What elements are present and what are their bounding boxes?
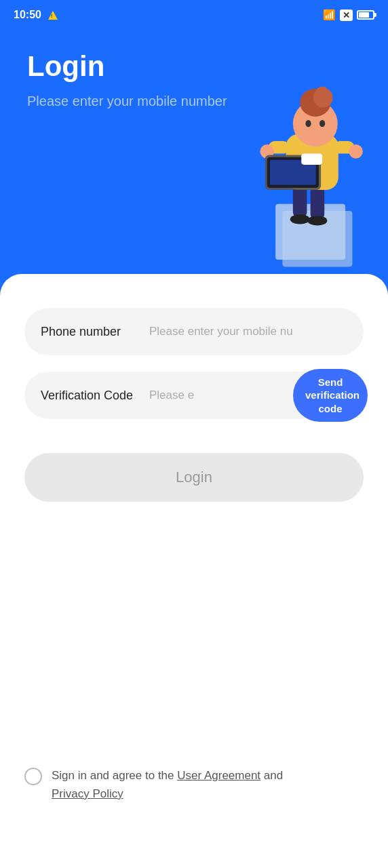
svg-point-20	[319, 120, 325, 127]
send-verification-button[interactable]: Send verification code	[293, 369, 368, 422]
verification-input-row: Verification Code Send verification code	[24, 372, 364, 419]
verification-input[interactable]	[149, 389, 293, 402]
verification-label: Verification Code	[41, 389, 149, 403]
agreement-text: Sign in and agree to the User Agreement …	[52, 766, 283, 803]
wifi-icon: 📶	[323, 9, 336, 21]
battery-icon	[357, 10, 374, 20]
svg-point-19	[305, 120, 311, 127]
privacy-policy-link[interactable]: Privacy Policy	[52, 787, 123, 800]
svg-point-5	[307, 216, 327, 225]
status-time: 10:50	[14, 9, 58, 21]
hero-illustration	[218, 50, 374, 281]
phone-label: Phone number	[41, 325, 149, 339]
login-button[interactable]: Login	[24, 453, 364, 502]
send-btn-line2: verification	[305, 389, 360, 401]
time-display: 10:50	[14, 9, 41, 21]
login-card: Phone number Verification Code Send veri…	[0, 274, 388, 868]
agreement-prefix: Sign in and agree to the	[52, 769, 177, 782]
svg-point-18	[315, 87, 330, 101]
user-agreement-link[interactable]: User Agreement	[177, 769, 260, 782]
agreement-and: and	[260, 769, 283, 782]
agreement-section: Sign in and agree to the User Agreement …	[24, 766, 364, 803]
phone-input-row: Phone number	[24, 308, 364, 355]
status-icons: 📶 ✕	[323, 9, 374, 21]
agreement-checkbox[interactable]	[24, 768, 42, 785]
svg-rect-3	[311, 186, 325, 220]
signal-icon: ✕	[340, 9, 353, 21]
send-btn-line1: Send	[318, 376, 343, 388]
alert-icon	[48, 11, 58, 20]
svg-point-10	[349, 144, 363, 159]
send-btn-line3: code	[318, 403, 342, 414]
phone-input[interactable]	[149, 325, 347, 338]
svg-point-4	[290, 214, 310, 224]
hero-section: Login Please enter your mobile number	[0, 30, 388, 301]
svg-rect-21	[301, 153, 322, 164]
status-bar: 10:50 📶 ✕	[0, 0, 388, 30]
